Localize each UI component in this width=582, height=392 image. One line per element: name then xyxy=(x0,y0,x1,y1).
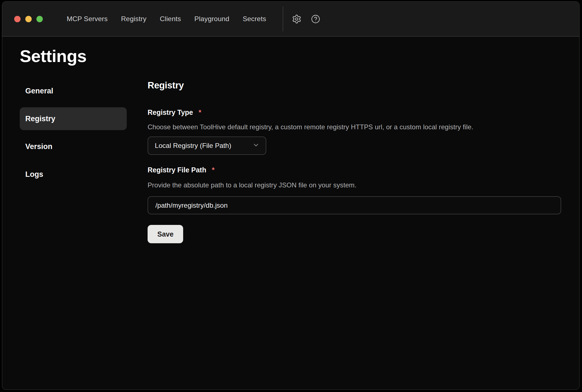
registry-type-description: Choose between ToolHive default registry… xyxy=(148,123,561,131)
titlebar: MCP Servers Registry Clients Playground … xyxy=(2,2,579,37)
nav-item-secrets[interactable]: Secrets xyxy=(243,15,266,23)
registry-type-field-group: Registry Type * Choose between ToolHive … xyxy=(148,108,561,155)
close-window-button[interactable] xyxy=(14,16,21,22)
help-button[interactable] xyxy=(309,13,322,25)
sidebar-item-version[interactable]: Version xyxy=(20,135,127,158)
nav-item-clients[interactable]: Clients xyxy=(160,15,181,23)
chevron-down-icon xyxy=(252,142,260,150)
section-heading: Registry xyxy=(148,80,561,91)
minimize-window-button[interactable] xyxy=(25,16,32,22)
nav-item-registry[interactable]: Registry xyxy=(121,15,146,23)
save-button[interactable]: Save xyxy=(148,225,183,243)
registry-type-label: Registry Type xyxy=(148,108,193,116)
settings-page: Settings General Registry Version Logs R… xyxy=(2,37,579,243)
registry-file-path-field-group: Registry File Path * Provide the absolut… xyxy=(148,166,561,214)
registry-settings-panel: Registry Registry Type * Choose between … xyxy=(148,80,561,243)
sidebar-item-registry[interactable]: Registry xyxy=(20,107,127,130)
nav-item-playground[interactable]: Playground xyxy=(194,15,229,23)
maximize-window-button[interactable] xyxy=(36,16,43,22)
window-controls xyxy=(14,16,43,22)
required-asterisk: * xyxy=(198,108,201,116)
registry-file-path-input[interactable] xyxy=(148,196,561,214)
sidebar-item-logs[interactable]: Logs xyxy=(20,163,127,186)
required-asterisk: * xyxy=(212,166,215,174)
registry-file-path-label-row: Registry File Path * xyxy=(148,166,561,174)
registry-type-selected-value: Local Registry (File Path) xyxy=(155,142,231,150)
registry-file-path-description: Provide the absolute path to a local reg… xyxy=(148,181,561,189)
app-window: MCP Servers Registry Clients Playground … xyxy=(2,1,579,390)
sidebar-item-general[interactable]: General xyxy=(20,80,127,102)
registry-type-select[interactable]: Local Registry (File Path) xyxy=(148,137,266,155)
gear-icon xyxy=(292,14,302,24)
registry-type-label-row: Registry Type * xyxy=(148,108,561,116)
settings-button[interactable] xyxy=(290,13,303,26)
registry-file-path-label: Registry File Path xyxy=(148,166,206,174)
top-navigation: MCP Servers Registry Clients Playground … xyxy=(67,15,266,23)
topbar-divider xyxy=(283,6,283,31)
page-title: Settings xyxy=(20,47,579,65)
settings-content: General Registry Version Logs Registry R… xyxy=(20,80,579,243)
nav-item-mcp-servers[interactable]: MCP Servers xyxy=(67,15,108,23)
help-icon xyxy=(311,14,320,24)
settings-sidebar: General Registry Version Logs xyxy=(20,80,127,243)
